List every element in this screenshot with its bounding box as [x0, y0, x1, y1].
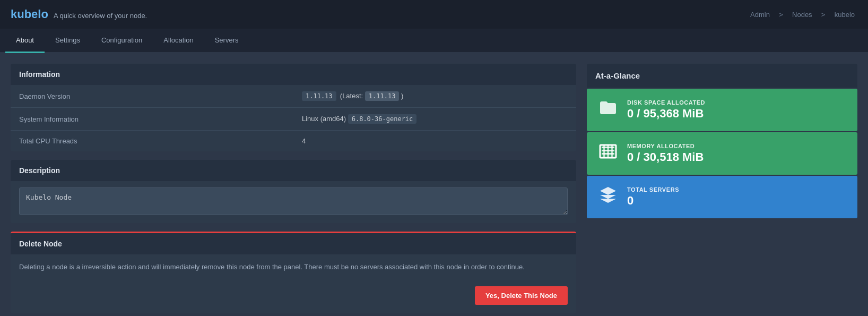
description-card-header: Description [11, 160, 576, 181]
tab-about[interactable]: About [5, 29, 45, 53]
delete-node-warning: Deleting a node is a irreversible action… [19, 262, 568, 272]
total-servers-stat: TOTAL SERVERS 0 [587, 176, 857, 218]
information-table: Daemon Version 1.11.13 (Latest: 1.11.13 … [11, 85, 576, 151]
right-column: At-a-Glance DISK SPACE ALLOCATED 0 / 95,… [587, 64, 857, 313]
tab-settings[interactable]: Settings [45, 29, 91, 53]
layers-icon [597, 185, 619, 209]
breadcrumb: Admin > Nodes > kubelo [748, 11, 857, 19]
memory-label: MEMORY ALLOCATED [627, 143, 704, 149]
daemon-version-latest-badge: 1.11.13 [365, 91, 400, 101]
memory-stat: MEMORY ALLOCATED 0 / 30,518 MiB [587, 132, 857, 175]
tab-configuration[interactable]: Configuration [91, 29, 153, 53]
breadcrumb-sep1: > [777, 11, 785, 19]
app-subtitle: A quick overview of your node. [54, 12, 147, 20]
delete-node-card: Delete Node Deleting a node is a irrever… [11, 232, 576, 313]
description-card: Description Kubelo Node [11, 160, 576, 223]
disk-space-stat: DISK SPACE ALLOCATED 0 / 95,368 MiB [587, 89, 857, 131]
delete-node-footer: Yes, Delete This Node [11, 281, 576, 313]
tab-servers[interactable]: Servers [204, 29, 249, 53]
cpu-threads-label: Total CPU Threads [11, 131, 293, 152]
folder-icon [597, 98, 619, 122]
daemon-version-badge: 1.11.13 [302, 91, 336, 101]
total-servers-label: TOTAL SERVERS [627, 186, 679, 193]
delete-node-button[interactable]: Yes, Delete This Node [475, 286, 568, 305]
memory-icon [597, 142, 619, 165]
total-servers-value: 0 [627, 194, 679, 208]
stat-cards: DISK SPACE ALLOCATED 0 / 95,368 MiB [587, 89, 857, 218]
delete-node-title: Delete Node [11, 233, 576, 254]
kernel-version-badge: 6.8.0-36-generic [348, 114, 417, 124]
app-name: kubelo [11, 7, 48, 21]
delete-node-body: Deleting a node is a irreversible action… [11, 254, 576, 281]
cpu-threads-value: 4 [293, 131, 576, 152]
total-servers-info: TOTAL SERVERS 0 [627, 186, 679, 208]
table-row: Total CPU Threads 4 [11, 131, 576, 152]
information-card-header: Information [11, 64, 576, 85]
breadcrumb-nodes[interactable]: Nodes [792, 11, 812, 19]
system-info-value: Linux (amd64) 6.8.0-36-generic [293, 108, 576, 131]
nav-tabs: About Settings Configuration Allocation … [0, 29, 868, 53]
left-column: Information Daemon Version 1.11.13 (Late… [11, 64, 576, 313]
disk-space-label: DISK SPACE ALLOCATED [627, 99, 705, 106]
memory-info: MEMORY ALLOCATED 0 / 30,518 MiB [627, 143, 704, 164]
at-a-glance-title: At-a-Glance [587, 64, 857, 88]
breadcrumb-sep2: > [819, 11, 827, 19]
disk-space-info: DISK SPACE ALLOCATED 0 / 95,368 MiB [627, 99, 705, 121]
breadcrumb-kubelo: kubelo [835, 11, 855, 19]
disk-space-value: 0 / 95,368 MiB [627, 107, 705, 121]
main-content: Information Daemon Version 1.11.13 (Late… [0, 53, 868, 316]
memory-value: 0 / 30,518 MiB [627, 150, 704, 164]
at-a-glance-card: At-a-Glance DISK SPACE ALLOCATED 0 / 95,… [587, 64, 857, 218]
top-bar: kubelo A quick overview of your node. Ad… [0, 0, 868, 29]
daemon-version-label: Daemon Version [11, 85, 293, 108]
daemon-version-value: 1.11.13 (Latest: 1.11.13 ) [293, 85, 576, 108]
description-input[interactable]: Kubelo Node [19, 187, 568, 215]
description-content: Kubelo Node [11, 181, 576, 223]
tab-allocation[interactable]: Allocation [153, 29, 204, 53]
table-row: System Information Linux (amd64) 6.8.0-3… [11, 108, 576, 131]
table-row: Daemon Version 1.11.13 (Latest: 1.11.13 … [11, 85, 576, 108]
top-bar-left: kubelo A quick overview of your node. [11, 7, 147, 21]
information-card: Information Daemon Version 1.11.13 (Late… [11, 64, 576, 151]
system-info-label: System Information [11, 108, 293, 131]
breadcrumb-admin[interactable]: Admin [750, 11, 770, 19]
